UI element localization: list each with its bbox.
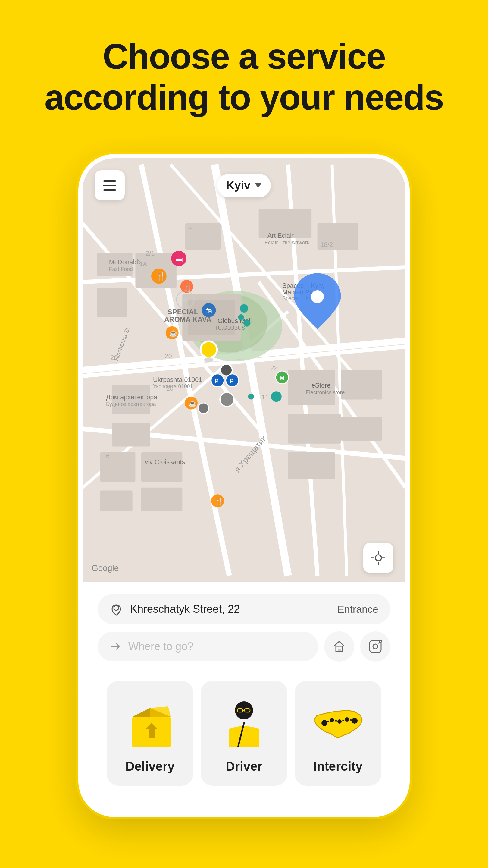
svg-text:TU:GLOBUS: TU:GLOBUS (215, 325, 245, 331)
svg-text:Lviv Croissants: Lviv Croissants (141, 458, 185, 466)
svg-point-66 (204, 358, 213, 362)
svg-text:McDonald's: McDonald's (109, 259, 142, 266)
svg-rect-26 (341, 370, 382, 399)
svg-text:☕: ☕ (189, 400, 197, 407)
svg-point-103 (114, 606, 119, 610)
svg-text:11: 11 (261, 394, 269, 401)
home-button[interactable] (324, 631, 354, 661)
svg-rect-29 (341, 417, 382, 441)
svg-point-108 (373, 644, 378, 649)
services-row: Delivery (95, 669, 393, 798)
svg-text:AROMA KAVA: AROMA KAVA (164, 316, 212, 324)
svg-rect-14 (97, 288, 127, 317)
svg-text:🛍: 🛍 (205, 307, 213, 315)
svg-text:🍴: 🍴 (184, 283, 192, 291)
svg-text:2/1: 2/1 (146, 250, 155, 257)
delivery-card[interactable]: Delivery (107, 681, 193, 786)
svg-text:20: 20 (166, 385, 173, 393)
svg-text:Eclair Little Artwork: Eclair Little Artwork (264, 240, 310, 246)
svg-point-89 (220, 393, 234, 407)
add-stop-icon (368, 640, 382, 653)
location-icon (371, 550, 386, 565)
svg-point-92 (248, 394, 254, 399)
svg-text:P: P (230, 378, 233, 384)
box-icon (123, 699, 177, 747)
arrow-right-icon (110, 641, 122, 652)
svg-text:M: M (280, 375, 284, 381)
bottom-panel: Khreschatyk Street, 22 Entrance Where to… (83, 582, 405, 813)
svg-rect-24 (100, 491, 132, 511)
location-button[interactable] (363, 543, 393, 573)
city-name: Kyiv (226, 179, 250, 192)
svg-rect-23 (141, 488, 182, 511)
svg-point-93 (240, 304, 248, 313)
headline-line1: Choose a service (44, 36, 444, 77)
svg-rect-20 (112, 423, 150, 447)
entrance-button[interactable]: Entrance (330, 603, 378, 615)
svg-text:1A: 1A (140, 260, 147, 267)
svg-point-94 (238, 314, 244, 320)
intercity-card[interactable]: Intercity (295, 681, 381, 786)
svg-text:1: 1 (188, 224, 192, 231)
svg-rect-119 (245, 709, 250, 712)
hamburger-icon (103, 180, 116, 191)
address-text: Khreschatyk Street, 22 (130, 603, 322, 615)
menu-button[interactable] (95, 170, 125, 200)
location-pin-icon (110, 602, 123, 616)
svg-point-79 (311, 290, 324, 303)
svg-text:eStore: eStore (312, 382, 330, 390)
phone-frame: McDonald's Fast Food SPECIAL AROMA KAVA … (78, 154, 410, 817)
map-area: McDonald's Fast Food SPECIAL AROMA KAVA … (83, 158, 405, 582)
svg-text:☕: ☕ (169, 330, 177, 337)
svg-text:P: P (215, 378, 219, 384)
svg-point-65 (201, 341, 217, 358)
google-logo: Google (92, 563, 119, 573)
driver-label: Driver (226, 759, 262, 774)
intercity-icon (308, 696, 368, 750)
svg-rect-27 (288, 414, 341, 444)
svg-text:SPECIAL: SPECIAL (168, 308, 198, 316)
svg-point-95 (243, 320, 250, 327)
svg-text:Ukrposhta 01001: Ukrposhta 01001 (153, 376, 202, 383)
svg-point-98 (375, 555, 381, 561)
map-header: Kyiv (95, 170, 393, 200)
delivery-icon (120, 696, 180, 750)
svg-text:20: 20 (165, 352, 172, 360)
svg-rect-22 (141, 453, 182, 482)
home-icon (332, 640, 346, 653)
ukraine-map-icon (308, 699, 368, 747)
svg-rect-118 (237, 709, 243, 712)
destination-row: Where to go? (98, 631, 390, 661)
svg-rect-28 (288, 453, 335, 479)
driver-icon (214, 696, 274, 750)
driver-card[interactable]: Driver (201, 681, 287, 786)
svg-point-90 (198, 403, 209, 414)
address-row[interactable]: Khreschatyk Street, 22 Entrance (98, 594, 390, 624)
svg-text:20: 20 (110, 354, 118, 361)
svg-text:🍴: 🍴 (215, 498, 223, 505)
svg-text:🛏: 🛏 (175, 255, 183, 264)
map-svg: McDonald's Fast Food SPECIAL AROMA KAVA … (83, 158, 405, 582)
intercity-label: Intercity (313, 759, 362, 774)
headline-line2: according to your needs (44, 77, 444, 118)
svg-text:🍴: 🍴 (156, 272, 166, 281)
svg-point-97 (183, 298, 188, 302)
chevron-down-icon (255, 183, 262, 188)
svg-text:Electronics store: Electronics store (306, 390, 345, 396)
destination-placeholder: Where to go? (128, 640, 193, 653)
svg-text:18/2: 18/2 (320, 241, 333, 248)
svg-text:Fast Food: Fast Food (109, 266, 133, 272)
svg-text:Дом архитектора: Дом архитектора (106, 394, 157, 401)
phone-mockup: McDonald's Fast Food SPECIAL AROMA KAVA … (78, 154, 410, 817)
svg-text:Будинок архітектора: Будинок архітектора (106, 401, 156, 407)
headline: Choose a service according to your needs (21, 36, 467, 118)
svg-text:6: 6 (106, 453, 110, 460)
city-selector[interactable]: Kyiv (217, 174, 271, 197)
svg-rect-21 (100, 453, 135, 482)
svg-point-91 (271, 392, 282, 402)
delivery-label: Delivery (125, 759, 174, 774)
destination-input[interactable]: Where to go? (98, 632, 318, 661)
add-stop-button[interactable] (360, 631, 390, 661)
svg-rect-106 (338, 649, 341, 652)
driver-person-icon (217, 699, 271, 747)
